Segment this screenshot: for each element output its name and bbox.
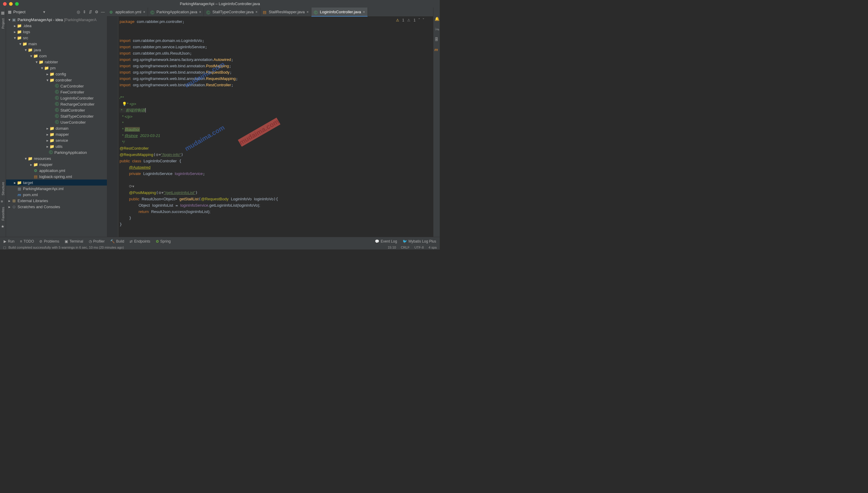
- tree-logback[interactable]: ▤logback-spring.xml: [6, 173, 107, 179]
- line-separator[interactable]: CRLF: [401, 245, 409, 249]
- tree-file-logininfo[interactable]: ⒸLoginInfoController: [6, 95, 107, 101]
- project-panel-title[interactable]: Project: [13, 10, 41, 14]
- tree-main[interactable]: ▾📁main: [6, 41, 107, 47]
- close-icon[interactable]: ×: [256, 10, 258, 14]
- tree-utils[interactable]: ▸📁utils: [6, 143, 107, 149]
- code-editor[interactable]: package com.rabbiter.pm.controller; impo…: [107, 17, 433, 240]
- status-message: Build completed successfully with 5 warn…: [8, 245, 124, 249]
- endpoints-icon: ⇄: [129, 239, 133, 243]
- terminal-tool[interactable]: ▣Terminal: [65, 239, 83, 243]
- gutter[interactable]: [107, 17, 116, 240]
- tree-domain[interactable]: ▸📁domain: [6, 125, 107, 131]
- editor-tabs: ⚙application.yml× ⒸParkingApplication.ja…: [107, 7, 433, 17]
- spring-icon: ✿: [156, 239, 159, 243]
- run-tool[interactable]: ▶Run: [4, 239, 15, 243]
- indent-info[interactable]: 4 spa: [428, 245, 437, 249]
- todo-tool[interactable]: ≡TODO: [20, 239, 34, 243]
- tab-stalltype[interactable]: ⒸStallTypeController.java×: [204, 7, 260, 16]
- tree-mapper[interactable]: ▸📁mapper: [6, 131, 107, 137]
- titlebar: ParkingManagerApi – LoginInfoController.…: [0, 0, 440, 7]
- target-icon[interactable]: ◎: [77, 10, 81, 14]
- tree-target[interactable]: ▸📁target: [6, 179, 107, 186]
- tree-file-car[interactable]: ⒸCarController: [6, 83, 107, 89]
- tree-logs[interactable]: ▸📁logs: [6, 29, 107, 35]
- problems-tool[interactable]: ⊘Problems: [39, 239, 59, 243]
- maximize-window-icon[interactable]: [15, 2, 19, 6]
- tree-extlib[interactable]: ▸⊞External Libraries: [6, 198, 107, 203]
- close-icon[interactable]: ×: [306, 10, 309, 14]
- tree-file-stalltype[interactable]: ⒸStallTypeController: [6, 113, 107, 119]
- tree-config[interactable]: ▸📁config: [6, 71, 107, 77]
- right-tool-rail: 🔔 🐜 🗄 m: [433, 7, 440, 240]
- expand-icon[interactable]: ⇕: [83, 10, 87, 14]
- tree-iml[interactable]: ▦ParkingManagerApi.iml: [6, 186, 107, 192]
- yml-icon: ⚙: [109, 10, 114, 14]
- tree-src[interactable]: ▾📁src: [6, 35, 107, 41]
- caret-position[interactable]: 15:10: [388, 245, 396, 249]
- tree-pom[interactable]: mpom.xml: [6, 192, 107, 198]
- close-window-icon[interactable]: [3, 2, 7, 6]
- database-icon[interactable]: 🗄: [435, 37, 439, 41]
- project-tree[interactable]: ▾▣ParkingManagerApi - idea [ParkingManag…: [6, 16, 107, 237]
- tree-file-recharge[interactable]: ⒸRechargeController: [6, 101, 107, 107]
- mybatis-tool[interactable]: 🐦Mybatis Log Plus: [403, 239, 436, 243]
- tree-file-stall[interactable]: ⒸStallController: [6, 107, 107, 113]
- tree-com[interactable]: ▾📁com: [6, 53, 107, 59]
- run-icon: ▶: [4, 239, 6, 243]
- tree-parkingapp[interactable]: ⒸParkingApplication: [6, 149, 107, 155]
- ant-icon[interactable]: 🐜: [435, 27, 439, 31]
- problems-icon: ⊘: [39, 239, 42, 243]
- close-icon[interactable]: ×: [143, 10, 145, 14]
- star-icon[interactable]: ★: [1, 224, 5, 229]
- code-content[interactable]: package com.rabbiter.pm.controller; impo…: [118, 17, 433, 240]
- project-tool-icon[interactable]: ▦: [1, 10, 5, 15]
- spring-tool[interactable]: ✿Spring: [156, 239, 171, 243]
- close-icon[interactable]: ×: [199, 10, 201, 14]
- eventlog-icon: 💬: [375, 239, 379, 243]
- tab-appyml[interactable]: ⚙application.yml×: [107, 7, 148, 16]
- tab-logininfo[interactable]: ⒸLoginInfoController.java×: [311, 7, 368, 16]
- tree-controller[interactable]: ▾📁controller: [6, 77, 107, 83]
- file-encoding[interactable]: UTF-8: [415, 245, 424, 249]
- close-icon[interactable]: ×: [363, 10, 365, 14]
- minimize-window-icon[interactable]: [9, 2, 13, 6]
- project-panel-header: ▦ Project ▾ ◎ ⇕ ⇵ ⚙ —: [6, 7, 107, 16]
- status-icon[interactable]: ▢: [3, 245, 6, 250]
- tree-appyml[interactable]: ⚙application.yml: [6, 168, 107, 173]
- bottom-toolbar: ▶Run ≡TODO ⊘Problems ▣Terminal ◷Profiler…: [0, 237, 440, 245]
- collapse-icon[interactable]: ⇵: [89, 10, 93, 14]
- tree-root[interactable]: ▾▣ParkingManagerApi - idea [ParkingManag…: [6, 17, 107, 23]
- notification-icon[interactable]: 🔔: [435, 17, 439, 21]
- tree-scratch[interactable]: ▸⊙Scratches and Consoles: [6, 203, 107, 210]
- java-icon: Ⓒ: [206, 10, 210, 14]
- structure-icon[interactable]: ≡: [1, 199, 5, 203]
- tab-parkingapp[interactable]: ⒸParkingApplication.java×: [148, 7, 204, 16]
- eventlog-tool[interactable]: 💬Event Log: [375, 239, 397, 243]
- gutter-fold[interactable]: [116, 17, 118, 240]
- favorites-tool-label[interactable]: Favorites: [1, 207, 5, 220]
- tree-service[interactable]: ▸📁service: [6, 137, 107, 143]
- mybatis-icon: 🐦: [403, 239, 407, 243]
- tree-java[interactable]: ▾📁java: [6, 47, 107, 53]
- endpoints-tool[interactable]: ⇄Endpoints: [129, 239, 150, 243]
- tree-idea[interactable]: ▸📁.idea: [6, 23, 107, 29]
- left-tool-rail: ▦ Project Structure ≡ Favorites ★: [0, 7, 6, 240]
- java-icon: Ⓒ: [314, 10, 318, 14]
- tree-file-user[interactable]: ⒸUserController: [6, 119, 107, 125]
- profiler-tool[interactable]: ◷Profiler: [89, 239, 105, 243]
- minimize-panel-icon[interactable]: —: [101, 10, 105, 14]
- tab-stallres[interactable]: ▤StallResMapper.java×: [260, 7, 311, 16]
- tree-rabbiter[interactable]: ▾📁rabbiter: [6, 59, 107, 65]
- project-view-icon[interactable]: ▦: [8, 10, 12, 14]
- project-tool-label[interactable]: Project: [1, 18, 5, 29]
- tree-pm[interactable]: ▾📁pm: [6, 65, 107, 71]
- chevron-down-icon[interactable]: ▾: [43, 10, 45, 14]
- build-tool[interactable]: 🔨Build: [110, 239, 124, 243]
- gear-icon[interactable]: ⚙: [95, 10, 99, 14]
- structure-tool-label[interactable]: Structure: [1, 182, 5, 195]
- tree-resources[interactable]: ▾📁resources: [6, 155, 107, 162]
- tree-mapper2[interactable]: ▸📁mapper: [6, 162, 107, 168]
- project-panel: ▦ Project ▾ ◎ ⇕ ⇵ ⚙ — ▾▣ParkingManagerAp…: [6, 7, 107, 240]
- maven-icon[interactable]: m: [435, 47, 439, 51]
- tree-file-fee[interactable]: ⒸFeeController: [6, 89, 107, 95]
